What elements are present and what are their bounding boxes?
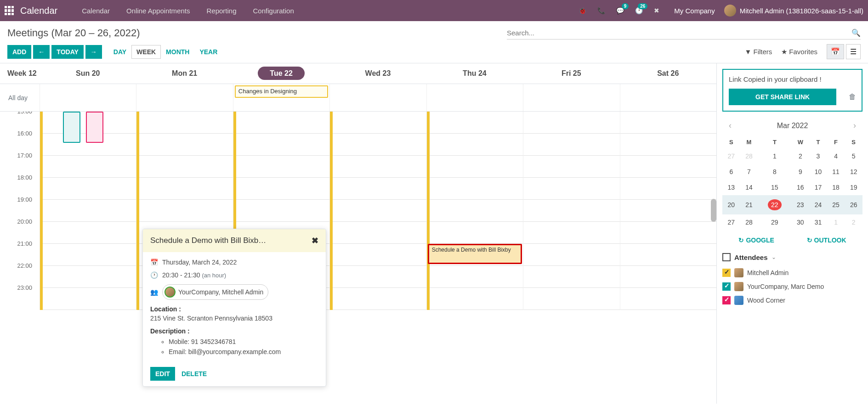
minical-day[interactable]: 3 — [809, 148, 827, 164]
minical-day[interactable]: 20 — [722, 195, 740, 214]
day-header[interactable]: Thu 24 — [426, 69, 523, 78]
minical-day[interactable]: 27 — [722, 214, 740, 230]
minical-day[interactable]: 26 — [845, 195, 862, 214]
minical-day[interactable]: 30 — [792, 214, 810, 230]
minical-day[interactable]: 28 — [740, 148, 758, 164]
attendee-item[interactable]: Wood Corner — [722, 293, 862, 307]
minical-day[interactable]: 29 — [758, 214, 791, 230]
day-header[interactable]: Sat 26 — [620, 69, 716, 78]
scale-year[interactable]: YEAR — [194, 45, 222, 59]
scale-month[interactable]: MONTH — [161, 45, 194, 59]
search-bar[interactable]: 🔍 — [507, 27, 861, 39]
today-button[interactable]: TODAY — [51, 45, 83, 59]
minical-day[interactable]: 19 — [845, 180, 862, 195]
minical-day[interactable]: 28 — [740, 214, 758, 230]
minical-day[interactable]: 18 — [827, 180, 845, 195]
attendees-all-checkbox[interactable] — [722, 253, 731, 261]
allday-cell[interactable] — [136, 84, 233, 111]
phone-icon[interactable]: 📞 — [592, 7, 611, 14]
minical-day[interactable]: 8 — [758, 164, 791, 180]
search-input[interactable] — [507, 29, 851, 37]
minical-day[interactable]: 1 — [758, 148, 791, 164]
minical-day[interactable]: 12 — [845, 164, 862, 180]
scale-day[interactable]: DAY — [108, 45, 131, 59]
day-column[interactable] — [40, 112, 136, 310]
add-button[interactable]: ADD — [7, 45, 31, 59]
minical-day[interactable]: 9 — [792, 164, 810, 180]
tools-icon[interactable]: ✖ — [648, 7, 665, 14]
get-share-link-button[interactable]: GET SHARE LINK — [729, 89, 836, 105]
activities-icon[interactable]: 🕐26 — [630, 7, 648, 14]
calendar-event[interactable] — [86, 112, 103, 143]
scrollbar-thumb[interactable] — [711, 199, 716, 222]
minical-prev-icon[interactable]: ‹ — [726, 121, 734, 130]
minical-day[interactable]: 25 — [827, 195, 845, 214]
minical-day[interactable]: 2 — [845, 214, 862, 230]
day-header[interactable]: Wed 23 — [329, 69, 426, 78]
trash-icon[interactable]: 🗑 — [849, 93, 856, 101]
attendee-checkbox[interactable] — [722, 296, 731, 304]
menu-calendar[interactable]: Calendar — [74, 7, 118, 15]
view-calendar-icon[interactable]: 📅 — [827, 44, 844, 59]
sync-google-button[interactable]: ↻ GOOGLE — [738, 236, 774, 244]
menu-online-appointments[interactable]: Online Appointments — [118, 7, 198, 15]
allday-event[interactable]: Changes in Designing — [235, 85, 328, 98]
day-column[interactable] — [329, 112, 426, 310]
minical-day[interactable]: 24 — [809, 195, 827, 214]
attendee-item[interactable]: YourCompany, Marc Demo — [722, 280, 862, 293]
app-brand[interactable]: Calendar — [20, 6, 57, 16]
minical-day[interactable]: 27 — [722, 148, 740, 164]
minical-day[interactable]: 14 — [740, 180, 758, 195]
allday-cell[interactable] — [620, 84, 716, 111]
allday-cell[interactable] — [329, 84, 426, 111]
day-column[interactable]: Schedule a Demo with Bill Bixby — [426, 112, 523, 310]
minical-day[interactable]: 16 — [792, 180, 810, 195]
search-icon[interactable]: 🔍 — [851, 28, 861, 37]
next-button[interactable]: → — [85, 45, 102, 59]
minical-day[interactable]: 7 — [740, 164, 758, 180]
minical-day[interactable]: 6 — [722, 164, 740, 180]
minical-day[interactable]: 21 — [740, 195, 758, 214]
company-switcher[interactable]: My Company — [665, 7, 724, 15]
day-header[interactable]: Fri 25 — [523, 69, 619, 78]
minical-day[interactable]: 22 — [758, 195, 791, 214]
menu-configuration[interactable]: Configuration — [245, 7, 302, 15]
minical-day[interactable]: 15 — [758, 180, 791, 195]
day-header[interactable]: Sun 20 — [40, 69, 136, 78]
minical-day[interactable]: 31 — [809, 214, 827, 230]
calendar-event[interactable] — [63, 112, 80, 143]
day-column[interactable] — [523, 112, 619, 310]
minical-day[interactable]: 1 — [827, 214, 845, 230]
minical-day[interactable]: 10 — [809, 164, 827, 180]
attendee-item[interactable]: Mitchell Admin — [722, 266, 862, 280]
minical-next-icon[interactable]: › — [851, 121, 859, 130]
view-list-icon[interactable]: ☰ — [846, 44, 861, 59]
apps-icon[interactable] — [5, 6, 14, 15]
allday-cell[interactable] — [523, 84, 619, 111]
menu-reporting[interactable]: Reporting — [198, 7, 244, 15]
sync-outlook-button[interactable]: ↻ OUTLOOK — [807, 236, 846, 244]
edit-button[interactable]: EDIT — [150, 367, 175, 381]
allday-cell[interactable] — [40, 84, 136, 111]
debug-icon[interactable]: 🐞 — [573, 7, 592, 14]
popover-attendees[interactable]: YourCompany, Mitchell Admin — [162, 284, 268, 300]
minical-day[interactable]: 5 — [845, 148, 862, 164]
prev-button[interactable]: ← — [33, 45, 50, 59]
attendee-checkbox[interactable] — [722, 282, 731, 291]
chevron-down-icon[interactable]: ⌄ — [772, 254, 776, 260]
minical-day[interactable]: 13 — [722, 180, 740, 195]
day-header-today[interactable]: Tue 22 — [233, 69, 329, 78]
timegrid[interactable]: 15:0016:0017:0018:0019:0020:0021:0022:00… — [0, 112, 716, 404]
attendee-checkbox[interactable] — [722, 269, 731, 277]
minical-day[interactable]: 11 — [827, 164, 845, 180]
allday-cell[interactable]: Changes in Designing — [233, 84, 329, 111]
minical-day[interactable]: 17 — [809, 180, 827, 195]
close-icon[interactable]: ✖ — [312, 236, 318, 246]
filters-button[interactable]: ▼ Filters — [745, 48, 772, 56]
minical-day[interactable]: 4 — [827, 148, 845, 164]
calendar-event-demo[interactable]: Schedule a Demo with Bill Bixby — [428, 244, 522, 264]
favorites-button[interactable]: ★ Favorites — [781, 48, 817, 56]
day-column[interactable] — [620, 112, 716, 310]
minical-day[interactable]: 2 — [792, 148, 810, 164]
day-header[interactable]: Mon 21 — [136, 69, 233, 78]
